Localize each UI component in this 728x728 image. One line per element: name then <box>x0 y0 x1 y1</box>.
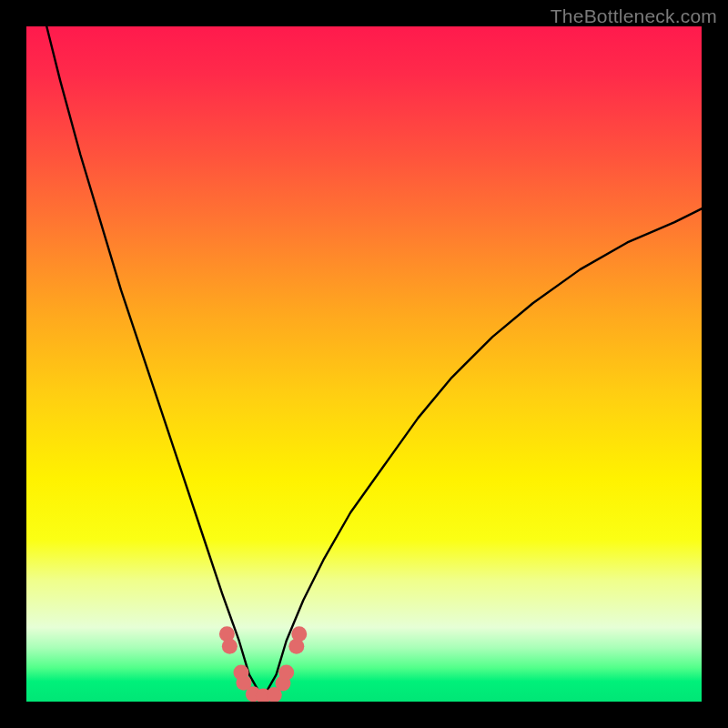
curve-marker <box>291 626 307 642</box>
curve-marker <box>222 639 238 654</box>
watermark-text: TheBottleneck.com <box>551 5 717 27</box>
curve-marker <box>278 665 294 681</box>
curve-markers <box>219 626 307 702</box>
chart-frame: TheBottleneck.com <box>0 0 728 728</box>
bottleneck-curve <box>46 26 702 698</box>
chart-overlay <box>26 26 702 702</box>
